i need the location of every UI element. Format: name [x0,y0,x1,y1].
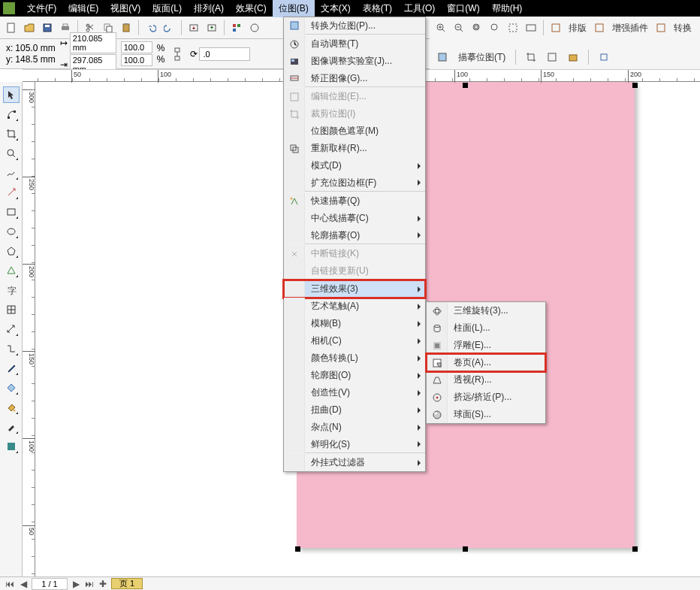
menu-layout[interactable]: 版面(L) [146,0,188,17]
bitmap-menu-item-16[interactable]: 艺术笔触(A) [284,298,425,315]
layout-btn[interactable] [548,20,564,36]
zoom-out-button[interactable] [451,20,467,36]
bitmap-menu-item-18[interactable]: 相机(C) [284,332,425,349]
table-tool[interactable] [3,301,20,318]
bitmap-menu-item-24[interactable]: 鲜明化(S) [284,436,425,453]
zoom-in-button[interactable] [433,20,449,36]
add-page-icon[interactable]: ✚ [98,579,108,589]
sel-handle-bl[interactable] [295,546,300,552]
fill-tool[interactable] [3,399,20,416]
3d-submenu-item-1[interactable]: 柱面(L)... [427,319,545,337]
pick-tool[interactable] [3,86,20,103]
outline-tool[interactable] [3,419,20,435]
edit-bitmap-button[interactable] [434,49,451,65]
bitmap-menu-item-8[interactable]: 模式(D) [284,157,425,174]
bitmap-menu-item-19[interactable]: 颜色转换(L) [284,349,425,367]
interactive-fill-tool[interactable] [3,380,20,396]
bitmap-menu-item-1[interactable]: 自动调整(T) [284,35,425,53]
bitmap-menu-item-21[interactable]: 创造性(V) [284,384,425,401]
bitmap-menu-item-10[interactable]: 快速描摹(Q) [284,192,425,210]
zoom-all-button[interactable] [523,20,539,36]
menu-text[interactable]: 文本(X) [315,0,357,17]
bitmap-menu-item-17[interactable]: 模糊(B) [284,315,425,332]
eyedropper-tool[interactable] [3,360,20,377]
width-input[interactable]: 210.085 mm [70,32,116,53]
mesh-fill-tool[interactable] [3,438,20,455]
polygon-tool[interactable] [3,243,20,259]
page-field[interactable]: 1 / 1 [32,578,68,590]
import-button[interactable] [186,20,202,36]
bitmap-menu-item-20[interactable]: 轮廓图(O) [284,367,425,384]
scale-x-input[interactable]: 100.0 [121,41,152,53]
zoom-page-button[interactable] [487,20,503,36]
bitmap-menu-item-15[interactable]: 三维效果(3) [284,280,425,298]
menu-help[interactable]: 帮助(H) [486,0,529,17]
menu-edit[interactable]: 编辑(E) [62,0,104,17]
3d-submenu-item-5[interactable]: 挤远/挤近(P)... [427,389,545,406]
bitmap-menu-item-12[interactable]: 轮廓描摹(O) [284,227,425,244]
dimension-tool[interactable] [3,321,20,337]
nav-next-icon[interactable]: ▶ [71,579,81,589]
connector-tool[interactable] [3,340,20,357]
redo-button[interactable] [161,20,177,36]
lock-ratio-button[interactable] [169,46,186,62]
menu-bitmap[interactable]: 位图(B) [273,0,315,17]
menu-view[interactable]: 视图(V) [104,0,146,17]
zoom-sel-button[interactable] [505,20,521,36]
undo-button[interactable] [143,20,159,36]
paste-button[interactable] [118,20,134,36]
menu-file[interactable]: 文件(F) [21,0,62,17]
3d-submenu-item-6[interactable]: 球面(S)... [427,406,545,423]
shape-tool[interactable] [3,106,20,123]
lab-tb-button[interactable] [565,49,581,65]
bitmap-menu-item-7[interactable]: 重新取样(R)... [284,140,425,157]
ellipse-tool[interactable] [3,223,20,240]
smart-draw-tool[interactable] [3,184,20,201]
rectangle-tool[interactable] [3,204,20,220]
bitmap-menu-item-0[interactable]: 转换为位图(P)... [284,17,425,35]
bitmap-menu-item-9[interactable]: 扩充位图边框(F) [284,174,425,192]
sel-handle-tm[interactable] [463,83,468,88]
text-tool[interactable]: 字 [3,282,20,298]
bitmap-menu-item-2[interactable]: 图像调整实验室(J)... [284,53,425,70]
bitmap-menu-item-6[interactable]: 位图颜色遮罩(M) [284,123,425,140]
save-button[interactable] [39,20,56,36]
nav-prev-icon[interactable]: ◀ [18,579,29,589]
bitmap-menu-item-3[interactable]: 矫正图像(G)... [284,70,425,87]
nav-last-icon[interactable]: ⏭ [84,579,95,589]
crop-tb-button[interactable] [523,49,539,65]
freehand-tool[interactable] [3,165,20,181]
page-tab[interactable]: 页 1 [111,578,143,589]
nav-first-icon[interactable]: ⏮ [5,579,15,589]
3d-submenu-item-4[interactable]: 透视(R)... [427,371,545,389]
wrap-tb-button[interactable] [596,49,612,65]
menu-tools[interactable]: 工具(O) [398,0,441,17]
new-button[interactable] [3,20,20,36]
sel-handle-bm[interactable] [463,546,468,552]
menu-arrange[interactable]: 排列(A) [188,0,230,17]
sel-handle-br[interactable] [632,546,638,552]
welcome-button[interactable] [246,20,263,36]
open-button[interactable] [21,20,38,36]
crop-tool[interactable] [3,126,20,142]
menu-table[interactable]: 表格(T) [357,0,398,17]
basic-shapes-tool[interactable] [3,262,20,279]
menu-effects[interactable]: 效果(C) [230,0,273,17]
3d-submenu-item-3[interactable]: 卷页(A)... [427,354,545,371]
bitmap-menu-item-23[interactable]: 杂点(N) [284,419,425,436]
menu-window[interactable]: 窗口(W) [441,0,485,17]
scale-y-input[interactable]: 100.0 [121,54,152,66]
3d-submenu-item-0[interactable]: 三维旋转(3)... [427,302,545,319]
export-button[interactable] [204,20,220,36]
angle-input[interactable]: .0 [199,47,250,61]
zoom-fit-button[interactable] [469,20,485,36]
3d-submenu-item-2[interactable]: 浮雕(E)... [427,337,545,354]
convert-btn[interactable] [653,20,669,36]
sel-handle-tr[interactable] [632,83,638,88]
zoom-tool[interactable] [3,145,20,162]
resample-tb-button[interactable] [544,49,560,65]
bitmap-menu-item-25[interactable]: 外挂式过滤器 [284,454,425,471]
app-launcher-button[interactable] [228,20,245,36]
bitmap-menu-item-22[interactable]: 扭曲(D) [284,401,425,419]
bitmap-menu-item-11[interactable]: 中心线描摹(C) [284,210,425,227]
